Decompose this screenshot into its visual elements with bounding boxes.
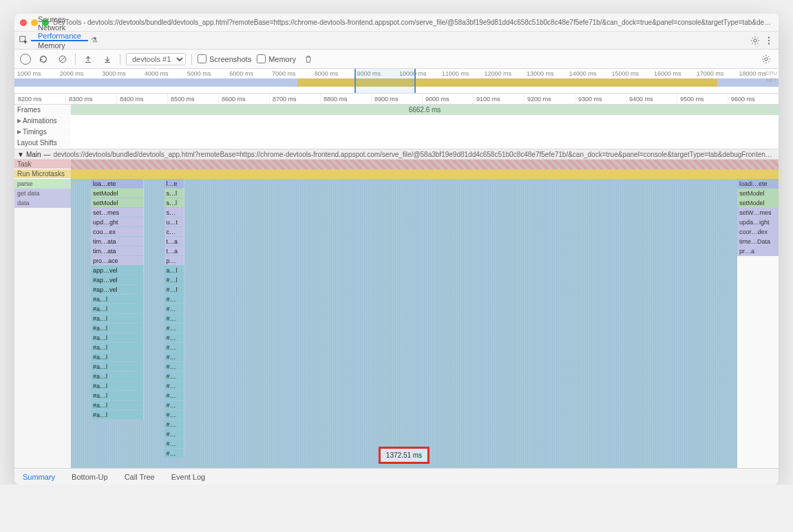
flame-bar[interactable]: setModel — [91, 189, 144, 198]
details-tab-summary[interactable]: Summary — [14, 469, 63, 485]
flame-bar[interactable]: #a…l — [91, 314, 144, 323]
flame-bar[interactable]: upd…ght — [91, 217, 144, 226]
track-timings[interactable]: ▶Timings — [14, 127, 779, 138]
memory-checkbox[interactable]: Memory — [257, 54, 296, 63]
flame-bar[interactable]: loa…ete — [91, 179, 144, 188]
flame-bar[interactable]: u…t — [165, 217, 184, 226]
flame-bar[interactable]: #a…l — [91, 333, 144, 342]
flame-bar[interactable]: #… — [165, 314, 184, 323]
track-layout-shifts[interactable]: Layout Shifts — [14, 138, 779, 149]
clear-button[interactable] — [56, 52, 70, 66]
load-profile-button[interactable] — [81, 52, 95, 66]
flame-bar[interactable]: #… — [165, 449, 184, 458]
track-animations[interactable]: ▶Animations — [14, 116, 779, 127]
flame-bar[interactable]: s…l — [165, 189, 184, 198]
tab-network[interactable]: Network — [31, 23, 88, 32]
flame-bar[interactable]: p… — [165, 256, 184, 265]
flame-bar[interactable]: tim…ata — [91, 237, 144, 246]
flame-bar[interactable]: #… — [165, 391, 184, 400]
flame-bar[interactable]: #a…l — [91, 381, 144, 390]
flame-bar[interactable]: #… — [165, 372, 184, 381]
flame-bar[interactable]: setModel — [91, 198, 144, 207]
flame-bar[interactable]: s… — [165, 208, 184, 217]
reload-record-button[interactable] — [36, 52, 50, 66]
flame-right-bar[interactable]: setModel — [737, 189, 779, 198]
preview-badge-icon: ⚗ — [88, 36, 98, 45]
flame-bar[interactable]: #a…l — [91, 410, 144, 419]
tab-sources[interactable]: Sources — [31, 15, 88, 23]
screenshots-checkbox[interactable]: Screenshots — [198, 54, 251, 63]
flame-right-bar[interactable]: time…Data — [737, 237, 779, 246]
overview-tick: 13000 ms — [524, 70, 567, 77]
flame-bar[interactable]: #… — [165, 420, 184, 429]
flame-bar[interactable]: #… — [165, 343, 184, 352]
details-tab-bottom-up[interactable]: Bottom-Up — [63, 469, 116, 485]
flame-bar[interactable]: #… — [165, 362, 184, 371]
track-main-header[interactable]: ▼ Main — devtools://devtools/bundled/dev… — [14, 149, 779, 160]
tab-performance[interactable]: Performance — [31, 32, 88, 41]
flame-bar[interactable]: a…l — [165, 266, 184, 275]
flame-bar[interactable]: #… — [165, 333, 184, 342]
flame-right-bar[interactable]: coor…dex — [737, 227, 779, 237]
flame-bar[interactable]: #a…l — [91, 304, 144, 313]
details-tab-call-tree[interactable]: Call Tree — [116, 469, 163, 485]
flame-bar[interactable]: #a…l — [91, 362, 144, 371]
flame-bar[interactable]: #a…l — [91, 401, 144, 409]
flame-bar[interactable]: #ap…vel — [91, 275, 144, 284]
track-list: Frames 6662.6 ms ▶Animations ▶Timings La… — [14, 105, 779, 179]
details-tab-event-log[interactable]: Event Log — [163, 469, 214, 485]
flame-bar[interactable]: #… — [165, 323, 184, 332]
flame-bar[interactable]: app…vel — [91, 266, 144, 275]
flame-bar[interactable]: #… — [165, 439, 184, 448]
flame-bar[interactable]: pro…ace — [91, 256, 144, 265]
flame-bar[interactable]: #… — [165, 304, 184, 313]
flame-bar[interactable]: l…e — [165, 179, 184, 188]
flame-right-bar[interactable]: setModel — [737, 198, 779, 208]
flame-bar[interactable]: #… — [165, 381, 184, 390]
flame-bar[interactable]: #… — [165, 352, 184, 361]
flame-bar[interactable]: #…l — [165, 285, 184, 294]
overview-right-labels: CPU NET — [765, 70, 777, 84]
gc-button[interactable] — [302, 52, 315, 66]
flame-bar[interactable]: #…l — [165, 275, 184, 284]
save-profile-button[interactable] — [101, 52, 114, 66]
flame-bar[interactable]: coo…ex — [91, 227, 144, 236]
flame-bar[interactable]: c… — [165, 227, 184, 236]
flame-bar[interactable]: t…a — [165, 237, 184, 246]
flame-bar[interactable]: s…l — [165, 198, 184, 207]
flame-bar[interactable]: #… — [165, 429, 184, 438]
flame-bar[interactable]: #a…l — [91, 372, 144, 381]
record-button[interactable] — [20, 54, 31, 65]
flame-right-bar[interactable]: pr…a — [737, 246, 779, 256]
flame-bar[interactable]: t…a — [165, 246, 184, 255]
overview-tick: 1000 ms — [14, 70, 57, 77]
flame-bar[interactable]: #… — [165, 410, 184, 419]
flame-right-bar[interactable]: upda…ight — [737, 217, 779, 227]
flame-right-bar[interactable]: setW…mes — [737, 208, 779, 217]
flame-bar[interactable]: #a…l — [91, 352, 144, 361]
flame-bar[interactable]: tim…ata — [91, 246, 144, 255]
panel-tabs: ElementsConsoleSourcesNetworkPerformance… — [14, 32, 779, 50]
flame-bar[interactable]: #ap…vel — [91, 285, 144, 294]
more-icon[interactable] — [762, 34, 776, 47]
profile-selector[interactable]: devtools #1 — [126, 53, 186, 65]
overview-window-handle[interactable] — [355, 69, 416, 93]
ruler-tick: 9400 ms — [626, 94, 677, 104]
track-frames[interactable]: Frames 6662.6 ms — [14, 105, 779, 116]
flame-right-bar[interactable]: loadi…ete — [737, 179, 779, 189]
close-window-button[interactable] — [20, 19, 27, 26]
svg-point-4 — [768, 43, 770, 44]
tab-memory[interactable]: Memory — [31, 41, 88, 50]
flame-bar[interactable]: #a…l — [91, 295, 144, 304]
timeline-overview[interactable]: 1000 ms2000 ms3000 ms4000 ms5000 ms6000 … — [14, 69, 779, 94]
flame-chart[interactable]: parseget datadata 1372.51 ms loa…etesetM… — [14, 179, 779, 468]
flame-bar[interactable]: #… — [165, 401, 184, 409]
capture-settings-icon[interactable] — [759, 52, 773, 66]
flame-bar[interactable]: set…mes — [91, 208, 144, 217]
inspect-icon[interactable] — [17, 34, 31, 47]
flame-bar[interactable]: #a…l — [91, 391, 144, 400]
flame-bar[interactable]: #a…l — [91, 323, 144, 332]
flame-bar[interactable]: #… — [165, 295, 184, 304]
settings-icon[interactable] — [748, 34, 762, 47]
flame-bar[interactable]: #a…l — [91, 343, 144, 352]
